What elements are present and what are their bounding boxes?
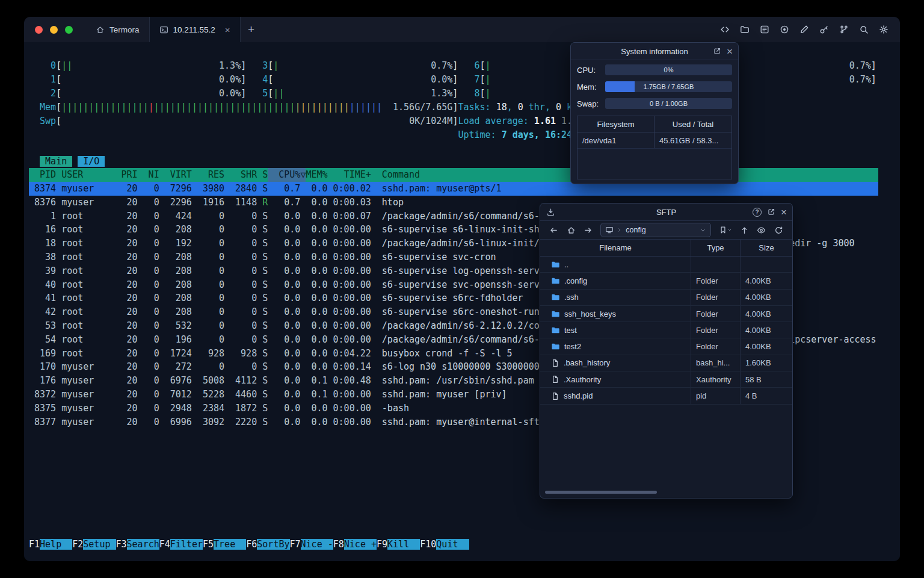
chevron-down-icon[interactable] [700,227,706,234]
system-information-panel: System information × CPU:0%Mem:1.75GB / … [570,42,739,184]
filesystem-row[interactable]: /dev/vda145.61GB / 58.3... [578,132,732,149]
folder-icon [546,293,560,302]
cpu-meter-1: 1[0.0%] [29,73,246,87]
bookmark-icon [719,226,727,234]
key-icon[interactable] [816,22,832,37]
termora-window: Termora 10.211.55.2 × + 0[||1.3%] 3[|0.7… [24,17,900,561]
mem-usage-row: Mem:1.75GB / 7.65GB [577,81,732,92]
column-filesystem: Filesystem [578,116,654,132]
column-filename[interactable]: Filename [540,240,691,256]
sftp-file-row[interactable]: .XauthorityXauthority58 B [540,371,792,388]
sftp-panel: SFTP ? × config [540,203,793,499]
fkey-filter[interactable]: Filter [170,539,203,550]
file-icon [546,375,559,384]
fkey-nice-[interactable]: Nice + [344,539,377,550]
folder-icon [546,342,560,351]
back-button[interactable] [546,223,561,237]
mem-progress-bar: 1.75GB / 7.65GB [605,81,732,92]
popout-icon[interactable] [767,208,775,216]
settings-icon[interactable] [876,22,892,37]
path-breadcrumb[interactable]: config [600,223,711,237]
file-icon [546,392,559,400]
folder-icon[interactable] [737,22,753,37]
edit-icon[interactable] [796,22,812,37]
titlebar: Termora 10.211.55.2 × + [24,17,900,42]
sftp-file-row[interactable]: testFolder4.00KB [540,322,792,338]
swap-label: Swap: [577,99,605,108]
function-key-bar: F1Help F2Setup F3SearchF4FilterF5Tree F6… [29,538,900,552]
tab-label: 10.211.55.2 [173,25,215,34]
parent-directory-button[interactable] [737,223,752,237]
fkey-quit[interactable]: Quit [436,539,469,550]
sftp-file-row[interactable]: .bash_historybash_hi...1.60KB [540,355,792,371]
home-button[interactable] [563,223,578,237]
close-tab-icon[interactable]: × [225,25,230,34]
sftp-file-row[interactable]: ssh_host_keysFolder4.00KB [540,306,792,322]
horizontal-scrollbar[interactable] [545,491,657,494]
fkey-nice-[interactable]: Nice - [301,539,333,550]
cpu-usage-row: CPU:0% [577,64,732,75]
close-icon[interactable]: × [781,207,787,217]
folder-icon [546,326,560,335]
log-icon[interactable] [757,22,772,37]
zoom-window-button[interactable] [65,26,73,34]
sftp-file-row[interactable]: test2Folder4.00KB [540,338,792,355]
popout-icon[interactable] [713,47,721,55]
swap-meter: Swp[0K/1024M] [29,114,458,128]
filesystem-table-header: Filesystem Used / Total [578,116,732,132]
home-icon [96,25,105,34]
traffic-lights [24,26,86,34]
cpu-meter-0: 0[||1.3%] [29,59,246,73]
help-icon[interactable]: ? [753,208,762,217]
fkey-kill[interactable]: Kill [387,539,420,550]
htop-tab-io[interactable]: I/O [78,156,105,167]
refresh-button[interactable] [771,223,786,237]
filesystem-table: Filesystem Used / Total /dev/vda145.61GB… [577,116,732,179]
file-icon [546,359,559,367]
fkey-tree[interactable]: Tree [214,539,246,550]
folder-icon [546,309,560,319]
memory-meter: Mem[||||||||||||||||||||||||||||||||||||… [29,101,458,114]
tab-termora-home[interactable]: Termora [86,17,149,42]
record-icon[interactable] [777,22,792,37]
sftp-file-row[interactable]: .sshFolder4.00KB [540,290,792,306]
column-type[interactable]: Type [691,240,741,256]
panel-titlebar: System information × [571,43,738,60]
download-icon[interactable] [546,208,555,217]
tab-session-10-211-55-2[interactable]: 10.211.55.2 × [149,17,241,42]
sftp-file-row[interactable]: .configFolder4.00KB [540,273,792,289]
search-icon[interactable] [856,22,872,37]
process-row-8374[interactable]: 8374myuser200729639802840S0.70.00:00.02s… [29,182,878,196]
fkey-sortby[interactable]: SortBy [257,539,289,550]
bookmarks-button[interactable] [716,223,735,237]
sftp-file-row[interactable]: sshd.pidpid4 B [540,388,792,404]
close-window-button[interactable] [35,26,43,34]
sftp-file-row[interactable]: .. [540,256,792,273]
path-segment-config[interactable]: config [626,226,645,234]
cpu-meter-3: 3[|0.7%] [241,59,458,73]
terminal-icon [159,25,168,34]
new-tab-button[interactable]: + [241,17,262,42]
cpu-label: CPU: [577,66,605,75]
branch-icon[interactable] [836,22,852,37]
fkey-help[interactable]: Help [40,539,72,550]
panel-title: SFTP [656,208,676,217]
fkey-search[interactable]: Search [127,539,159,550]
chevron-right-icon [617,227,623,233]
cpu-progress-bar: 0% [605,64,732,75]
close-icon[interactable]: × [727,46,733,57]
sftp-toolbar: config [540,221,792,240]
folder-icon [546,276,560,285]
show-hidden-files-button[interactable] [754,223,769,237]
column-size[interactable]: Size [741,240,792,256]
computer-icon [605,226,614,234]
code-icon[interactable] [717,22,733,37]
minimize-window-button[interactable] [50,26,58,34]
panel-titlebar: SFTP ? × [540,204,792,221]
process-table-header[interactable]: PIDUSERPRINIVIRTRESSHRSCPU%▽MEM%TIME+Com… [29,168,878,182]
forward-button[interactable] [581,223,596,237]
htop-tab-main[interactable]: Main [40,156,72,167]
fkey-setup[interactable]: Setup [83,539,116,550]
sftp-table-header: Filename Type Size [540,240,792,256]
swap-value: 0 B / 1.00GB [605,98,732,109]
